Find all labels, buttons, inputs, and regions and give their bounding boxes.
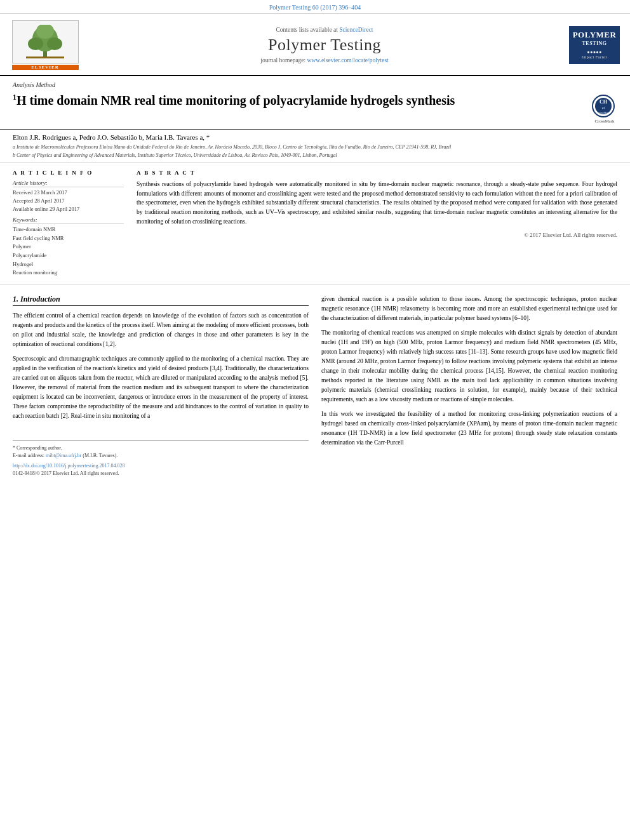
abstract-text: Synthesis reactions of polyacrylamide ba… bbox=[137, 180, 617, 227]
crossmark-badge: CH at CrossMark CrossMark bbox=[592, 95, 617, 124]
doi-line[interactable]: http://dx.doi.org/10.1016/j.polymertesti… bbox=[13, 462, 309, 470]
article-title-section: 1H time domain NMR real time monitoring … bbox=[0, 90, 630, 130]
intro-section-title: 1. Introduction bbox=[13, 295, 309, 306]
intro-num: 1. bbox=[13, 295, 18, 303]
abstract-body: Synthesis reactions of polyacrylamide ba… bbox=[137, 181, 617, 225]
intro-para5: In this work we investigated the feasibi… bbox=[321, 410, 617, 448]
kw3: Polymer bbox=[13, 243, 124, 251]
keywords-label: Keywords: bbox=[13, 217, 124, 224]
svg-rect-6 bbox=[26, 57, 64, 58]
issn-line: 0142-9418/© 2017 Elsevier Ltd. All right… bbox=[13, 470, 309, 477]
kw2: Fast field cycling NMR bbox=[13, 234, 124, 243]
affiliation-a: a Instituto de Macromoléculas Professora… bbox=[13, 143, 617, 151]
homepage-label: journal homepage: bbox=[260, 57, 307, 63]
intro-para1: The efficient control of a chemical reac… bbox=[13, 311, 309, 349]
article-title: 1H time domain NMR real time monitoring … bbox=[13, 92, 586, 109]
elsevier-logo-area: ELSEVIER bbox=[10, 20, 80, 70]
email-link[interactable]: mibt@ima.ufrj.br bbox=[46, 453, 81, 458]
affiliation-b: b Center of Physics and Engineering of A… bbox=[13, 152, 617, 159]
journal-name: Polymer Testing bbox=[86, 36, 563, 55]
intro-title: Introduction bbox=[20, 295, 60, 303]
accepted-date: Accepted 28 April 2017 bbox=[13, 197, 124, 205]
affiliations: a Instituto de Macromoléculas Professora… bbox=[13, 143, 617, 159]
journal-header: ELSEVIER Contents lists available at Sci… bbox=[0, 14, 630, 76]
keywords-section: Keywords: Time-domain NMR Fast field cyc… bbox=[13, 217, 124, 277]
badge-content: POLYMER TESTING ●●●●● Impact Factor bbox=[569, 26, 620, 64]
main-left-col: 1. Introduction The efficient control of… bbox=[13, 295, 309, 477]
svg-text:CrossMark: CrossMark bbox=[596, 111, 611, 114]
svg-text:at: at bbox=[602, 106, 605, 110]
elsevier-logo-graphic bbox=[12, 20, 79, 63]
homepage-link[interactable]: www.elsevier.com/locate/polytest bbox=[307, 57, 389, 63]
journal-title-area: Contents lists available at ScienceDirec… bbox=[86, 27, 563, 63]
article-info-heading: A R T I C L E I N F O bbox=[13, 170, 124, 176]
sciencedirect-link[interactable]: ScienceDirect bbox=[339, 27, 373, 33]
history-label: Article history: bbox=[13, 180, 124, 187]
authors-line: Elton J.R. Rodrigues a, Pedro J.O. Sebas… bbox=[13, 133, 617, 141]
doi-link[interactable]: http://dx.doi.org/10.1016/j.polymertesti… bbox=[13, 463, 125, 469]
intro-para4: The monitoring of chemical reactions was… bbox=[321, 328, 617, 404]
authors-text: Elton J.R. Rodrigues a, Pedro J.O. Sebas… bbox=[13, 133, 210, 141]
email-line: E-mail address: mibt@ima.ufrj.br (M.I.B.… bbox=[13, 452, 309, 460]
sciencedirect-link-line: Contents lists available at ScienceDirec… bbox=[86, 27, 563, 33]
badge-publisher: ●●●●● Impact Factor bbox=[572, 50, 617, 60]
contents-text: Contents lists available at bbox=[276, 27, 339, 33]
article-info-abstract: A R T I C L E I N F O Article history: R… bbox=[0, 163, 630, 284]
article-history: Article history: Received 23 March 2017 … bbox=[13, 180, 124, 213]
corresponding-author: * Corresponding author. bbox=[13, 444, 309, 452]
elsevier-name-bar: ELSEVIER bbox=[12, 65, 79, 70]
main-right-col: given chemical reaction is a possible so… bbox=[321, 295, 617, 477]
elsevier-label: ELSEVIER bbox=[31, 65, 58, 70]
kw4: Polyacrylamide bbox=[13, 251, 124, 260]
kw1: Time-domain NMR bbox=[13, 225, 124, 234]
authors-section: Elton J.R. Rodrigues a, Pedro J.O. Sebas… bbox=[0, 130, 630, 163]
journal-citation: Polymer Testing 60 (2017) 396–404 bbox=[269, 4, 361, 11]
email-person: (M.I.B. Tavares). bbox=[83, 453, 117, 458]
available-date: Available online 29 April 2017 bbox=[13, 205, 124, 213]
title-main-text: H time domain NMR real time monitoring o… bbox=[17, 93, 455, 107]
crossmark-label: CrossMark bbox=[592, 119, 617, 124]
copyright-line: © 2017 Elsevier Ltd. All rights reserved… bbox=[137, 232, 617, 238]
journal-homepage-line: journal homepage: www.elsevier.com/locat… bbox=[86, 57, 563, 63]
article-type-text: Analysis Method bbox=[13, 81, 55, 88]
footnote-area: * Corresponding author. E-mail address: … bbox=[13, 440, 309, 477]
badge-title-line1: POLYMER bbox=[572, 30, 617, 40]
intro-para2: Spectroscopic and chromatographic techni… bbox=[13, 354, 309, 421]
journal-citation-bar: Polymer Testing 60 (2017) 396–404 bbox=[0, 0, 630, 14]
badge-title-line2: TESTING bbox=[582, 41, 607, 46]
main-content: 1. Introduction The efficient control of… bbox=[0, 284, 630, 488]
kw6: Reaction monitoring bbox=[13, 269, 124, 277]
svg-point-3 bbox=[28, 37, 43, 50]
received-date: Received 23 March 2017 bbox=[13, 189, 124, 197]
article-type-label: Analysis Method bbox=[0, 76, 630, 90]
email-label: E-mail address: bbox=[13, 453, 44, 458]
intro-para3: given chemical reaction is a possible so… bbox=[321, 295, 617, 323]
article-info-col: A R T I C L E I N F O Article history: R… bbox=[13, 170, 124, 277]
journal-badge: POLYMER TESTING ●●●●● Impact Factor bbox=[569, 26, 620, 64]
svg-point-4 bbox=[47, 37, 62, 50]
abstract-heading: A B S T R A C T bbox=[137, 170, 617, 176]
svg-text:CH: CH bbox=[600, 99, 608, 105]
abstract-col: A B S T R A C T Synthesis reactions of p… bbox=[137, 170, 617, 277]
kw5: Hydrogel bbox=[13, 260, 124, 269]
